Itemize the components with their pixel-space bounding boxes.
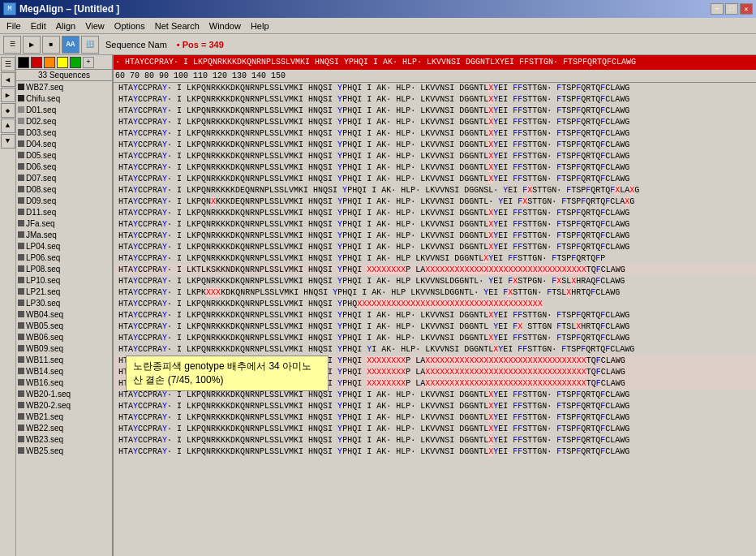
- seq-list-item[interactable]: WB04.seq: [16, 308, 112, 320]
- toolbar-btn-3[interactable]: ■: [42, 36, 60, 54]
- seq-list-item[interactable]: D09.seq: [16, 195, 112, 206]
- seq-list-item[interactable]: WB25.seq: [16, 445, 112, 456]
- seq-list-item[interactable]: D06.seq: [16, 161, 112, 172]
- side-icon-5[interactable]: ▲: [1, 119, 15, 133]
- table-row[interactable]: HTAYCCPRAY· I LKPQNRKKKDKQNRNPLSSLVMKI H…: [114, 424, 756, 435]
- seq-list-item[interactable]: D07.seq: [16, 172, 112, 183]
- table-row[interactable]: HTAYCCPRAY· I LKPQNRKKKDKQNRNPLSSLVMKI H…: [114, 435, 756, 446]
- table-row[interactable]: HTAYCCPRAY· I LKTLKSKKNDKQNRNPLSSLVMKI H…: [114, 265, 756, 276]
- seq-list-item[interactable]: WB09.seq: [16, 343, 112, 354]
- seq-text: HTAYCCPRAY· I LKPQNRKKKDKQNRNPLSSLVMKI H…: [114, 413, 629, 422]
- seq-list-item[interactable]: JFa.seq: [16, 218, 112, 229]
- seq-rows[interactable]: HTAYCCPRAY· I LKPQNRKKKDKQNRNPLSSLVMKI H…: [114, 83, 756, 556]
- table-row[interactable]: HTAYCCPRAY· I LKPQNRKKKDKQNRNPLSSLVMKI H…: [114, 333, 756, 344]
- seq-list-item[interactable]: WB06.seq: [16, 331, 112, 343]
- ruler-row: 60 70 80 90 100 110 120 130 140 150: [114, 70, 756, 83]
- table-row[interactable]: HTAYCCPRAY· I LKPQNRKKKDKQNRNPLSSLVMKI H…: [114, 321, 756, 333]
- seq-list-item[interactable]: D02.seq: [16, 115, 112, 127]
- table-row[interactable]: HTAYCCPRAY· I LKPQNRKKKDKQNRNPLSSLVMKI H…: [114, 276, 756, 287]
- table-row[interactable]: HTAYCCPRAY· I LKPQNRKKKDKQNRNPLSSLVMKI H…: [114, 106, 756, 117]
- table-row[interactable]: HTAYCCPRAY· I LKPQNRKKKDKQNRNPLSSLVMKI H…: [114, 174, 756, 185]
- seq-list-item[interactable]: D11.seq: [16, 206, 112, 218]
- toolbar-btn-1[interactable]: ☰: [3, 36, 21, 54]
- sidebar-header: +: [16, 55, 112, 70]
- menu-net-search[interactable]: Net Search: [150, 19, 204, 32]
- maximize-button[interactable]: □: [725, 3, 738, 15]
- table-row[interactable]: HTAYCCPRAY· I LKPKXXXKDKQNRNPLSSLVMKI HN…: [114, 287, 756, 299]
- title-text: MegAlign – [Untitled ]: [19, 3, 119, 15]
- table-row[interactable]: HTAYCCPRAY· I LKPQNRKKKDKQNRNPLSSLVMKI H…: [114, 94, 756, 106]
- menu-view[interactable]: View: [80, 19, 110, 32]
- table-row[interactable]: HTAYCCPRAY· I LKPQNRKKKDKQNRNPLSSLVMKI H…: [114, 117, 756, 128]
- seq-count: 33 Sequences: [16, 70, 112, 81]
- table-row[interactable]: HTAYCCPRAY· I LKPQNRKKKDKQNRNPLSSLVMKI H…: [114, 151, 756, 162]
- toolbar-btn-4[interactable]: AA: [62, 36, 79, 54]
- seq-text: HTAYCCPRAY· I LKTLKSKKNDKQNRNPLSSLVMKI H…: [114, 265, 625, 274]
- menu-help[interactable]: Help: [246, 19, 274, 32]
- table-row[interactable]: HTAYCCPRAY· I LKPQNRKKKDKQNRNPLSSLVMKI H…: [114, 219, 756, 231]
- side-icon-4[interactable]: ◆: [1, 103, 15, 118]
- table-row[interactable]: HTAYCCPRAY· I LKPQNRKKKDKQNRNPLSSLVMKI H…: [114, 412, 756, 424]
- menu-align[interactable]: Align: [51, 19, 80, 32]
- seq-list-item[interactable]: D05.seq: [16, 149, 112, 161]
- side-icon-2[interactable]: ◀: [1, 72, 15, 87]
- seq-list-item[interactable]: WB21.seq: [16, 411, 112, 422]
- menu-window[interactable]: Window: [204, 19, 246, 32]
- seq-list-item[interactable]: WB20-2.seq: [16, 399, 112, 411]
- seq-list-item[interactable]: D03.seq: [16, 127, 112, 138]
- menu-edit[interactable]: Edit: [26, 19, 51, 32]
- table-row[interactable]: HTAYCCPRAY· I LKPQNRKKKDKQNRNPLSSLVMKI H…: [114, 231, 756, 242]
- seq-text: HTAYCCPRAY· I LKPQNRKKKDKQNRNPLSSLVMKI H…: [114, 345, 634, 354]
- seq-list-item[interactable]: JMa.seq: [16, 229, 112, 240]
- seq-name-label: LP04.seq: [26, 242, 60, 251]
- seq-list-item[interactable]: LP04.seq: [16, 240, 112, 252]
- seq-list-item[interactable]: WB05.seq: [16, 320, 112, 331]
- seq-list-item[interactable]: D01.seq: [16, 104, 112, 115]
- table-row[interactable]: HTAYCCPRAY· I LKPQNRKKKDKQNRNPLSSLVMKI H…: [114, 253, 756, 265]
- table-row[interactable]: HTAYCCPRAY· I LKPQNRKKKDKQNRNPLSSLVMKI H…: [114, 128, 756, 140]
- table-row[interactable]: HTAYCCPRAY· I LKPQNRKKKDKQNRNPLSSLVMKI H…: [114, 140, 756, 151]
- add-color-btn[interactable]: +: [83, 57, 94, 68]
- toolbar-btn-2[interactable]: ▶: [23, 36, 41, 54]
- seq-list-item[interactable]: LP21.seq: [16, 286, 112, 297]
- seq-list-item[interactable]: D04.seq: [16, 138, 112, 149]
- seq-indicator: [18, 186, 24, 192]
- seq-text: HTAYCCPRAY· I LKPQNRKKKDKQNRNPLSSLVMKI H…: [114, 311, 629, 320]
- table-row[interactable]: HTAYCCPRAY· I LKPQNRKKKDKQNRNPLSSLVMKI H…: [114, 83, 756, 94]
- side-icon-6[interactable]: ▼: [1, 134, 15, 149]
- seq-list-item[interactable]: LP06.seq: [16, 252, 112, 263]
- table-row[interactable]: HTAYCCPRAY· I LKPQNRKKKDKQNRNPLSSLVMKI H…: [114, 446, 756, 458]
- seq-list-item[interactable]: Chifu.seq: [16, 93, 112, 104]
- seq-list-item[interactable]: WB20-1.seq: [16, 388, 112, 399]
- table-row[interactable]: HTAYCCPRAY· I LKPQNRKKKDKQNRNPLSSLVMKI H…: [114, 242, 756, 253]
- table-row[interactable]: HTAYCCPRAY· I LKPQNRKKKDKQNRNPLSSLVMKI H…: [114, 310, 756, 321]
- seq-indicator: [18, 345, 24, 351]
- table-row[interactable]: HTAYCCPRAY· I LKPQNRKKKDKQNRNPLSSLVMKI H…: [114, 208, 756, 219]
- seq-list-item[interactable]: LP08.seq: [16, 263, 112, 274]
- table-row[interactable]: HTAYCCPRAY· I LKPQNRKKKKDEQNRNPLSSLVMKI …: [114, 185, 756, 196]
- table-row[interactable]: HTAYCCPRAY· I LKPQNRKKKDKQNRNPLSSLVMKI H…: [114, 401, 756, 412]
- seq-list-item[interactable]: LP10.seq: [16, 274, 112, 286]
- seq-list-item[interactable]: WB27.seq: [16, 81, 112, 93]
- seq-list-item[interactable]: WB22.seq: [16, 422, 112, 433]
- seq-indicator: [18, 311, 24, 317]
- close-button[interactable]: ✕: [740, 3, 753, 15]
- toolbar-btn-5[interactable]: 🔢: [81, 36, 99, 54]
- menu-file[interactable]: File: [2, 19, 26, 32]
- table-row[interactable]: HTAYCCPRAY· I LKPQNRKKKDKQNRNPLSSLVMKI H…: [114, 162, 756, 174]
- menu-options[interactable]: Options: [110, 19, 150, 32]
- seq-list-item[interactable]: WB23.seq: [16, 433, 112, 445]
- seq-list-item[interactable]: D08.seq: [16, 183, 112, 195]
- side-icon-3[interactable]: ▶: [1, 88, 15, 102]
- table-row[interactable]: HTAYCCPRAY· I LKPQNRKKKDKQNRNPLSSLVMKI H…: [114, 344, 756, 356]
- table-row[interactable]: HTAYCCPRAY· I LKPQNXKKKDEQNRNPLSSLVMKI H…: [114, 196, 756, 208]
- seq-list-item[interactable]: LP30.seq: [16, 297, 112, 308]
- side-icon-1[interactable]: ☰: [1, 57, 15, 71]
- minimize-button[interactable]: –: [711, 3, 724, 15]
- table-row[interactable]: HTAYCCPRAY· I LKPQNRKKKDKQNRNPLSSLVMKI H…: [114, 390, 756, 401]
- table-row[interactable]: HTAYCCPRAY· I LKPQNRKKKDKQNRNPLSSLVMKI H…: [114, 299, 756, 310]
- seq-list-item[interactable]: WB16.seq: [16, 377, 112, 388]
- seq-list-item[interactable]: WB11.seq: [16, 354, 112, 365]
- seq-list-item[interactable]: WB14.seq: [16, 365, 112, 377]
- seq-text: HTAYCCPRAY· I LKPQNRKKKDKQNRNPLSSLVMKI H…: [114, 300, 543, 308]
